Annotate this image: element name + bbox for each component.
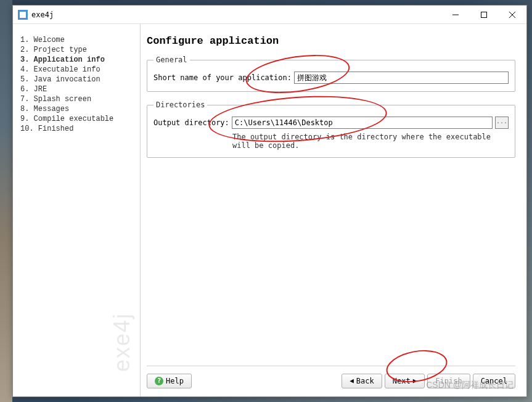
step-jre[interactable]: 6. JRE <box>20 84 140 94</box>
desktop-background <box>0 0 12 402</box>
step-executable-info[interactable]: 4. Executable info <box>20 65 140 75</box>
window-controls <box>441 6 526 24</box>
general-legend: General <box>153 55 190 64</box>
wizard-footer: ? Help ◀ Back Next ▶ Finish <box>147 366 515 390</box>
close-button[interactable] <box>498 6 526 24</box>
short-name-row: Short name of your application: <box>153 72 509 84</box>
minimize-icon <box>452 12 459 18</box>
back-arrow-icon: ◀ <box>350 377 354 385</box>
step-compile-executable[interactable]: 9. Compile executable <box>20 114 140 124</box>
window-body: 1. Welcome 2. Project type 3. Applicatio… <box>13 24 526 396</box>
browse-button[interactable]: ··· <box>495 117 509 129</box>
output-dir-input[interactable] <box>232 117 493 129</box>
directories-legend: Directories <box>153 100 207 109</box>
minimize-button[interactable] <box>441 6 470 24</box>
step-welcome[interactable]: 1. Welcome <box>20 35 140 45</box>
window-title: exe4j <box>31 10 441 19</box>
exe4j-window: exe4j 1. Welcome 2. Project type 3. Appl… <box>12 5 527 397</box>
output-dir-label: Output directory: <box>153 118 229 127</box>
output-dir-hint: The output directory is the directory wh… <box>232 133 509 150</box>
help-button[interactable]: ? Help <box>147 374 192 388</box>
page-title: Configure application <box>147 35 515 47</box>
titlebar[interactable]: exe4j <box>13 6 526 24</box>
maximize-button[interactable] <box>470 6 498 24</box>
step-splash-screen[interactable]: 7. Splash screen <box>20 94 140 104</box>
general-fieldset: General Short name of your application: <box>147 55 515 92</box>
back-button[interactable]: ◀ Back <box>342 374 382 388</box>
cancel-button[interactable]: Cancel <box>473 374 515 388</box>
next-arrow-icon: ▶ <box>413 377 417 385</box>
help-icon: ? <box>155 377 163 385</box>
maximize-icon <box>481 12 487 18</box>
app-icon <box>18 10 28 20</box>
close-icon <box>509 12 515 18</box>
step-finished[interactable]: 10. Finished <box>20 124 140 134</box>
step-messages[interactable]: 8. Messages <box>20 104 140 114</box>
step-application-info[interactable]: 3. Application info <box>20 55 140 65</box>
nav-buttons: ◀ Back Next ▶ Finish Cancel <box>342 374 515 388</box>
short-name-label: Short name of your application: <box>153 73 292 82</box>
finish-button[interactable]: Finish <box>427 374 470 388</box>
short-name-input[interactable] <box>294 72 509 84</box>
main-panel: Configure application General Short name… <box>141 24 526 396</box>
wizard-sidebar: 1. Welcome 2. Project type 3. Applicatio… <box>13 24 141 396</box>
svg-rect-1 <box>481 12 487 17</box>
sidebar-watermark: exe4j <box>109 313 135 372</box>
step-java-invocation[interactable]: 5. Java invocation <box>20 75 140 84</box>
output-dir-row: Output directory: ··· <box>153 117 509 129</box>
step-project-type[interactable]: 2. Project type <box>20 45 140 55</box>
directories-fieldset: Directories Output directory: ··· The ou… <box>147 100 515 158</box>
next-button[interactable]: Next ▶ <box>385 374 425 388</box>
browse-icon: ··· <box>496 120 507 126</box>
